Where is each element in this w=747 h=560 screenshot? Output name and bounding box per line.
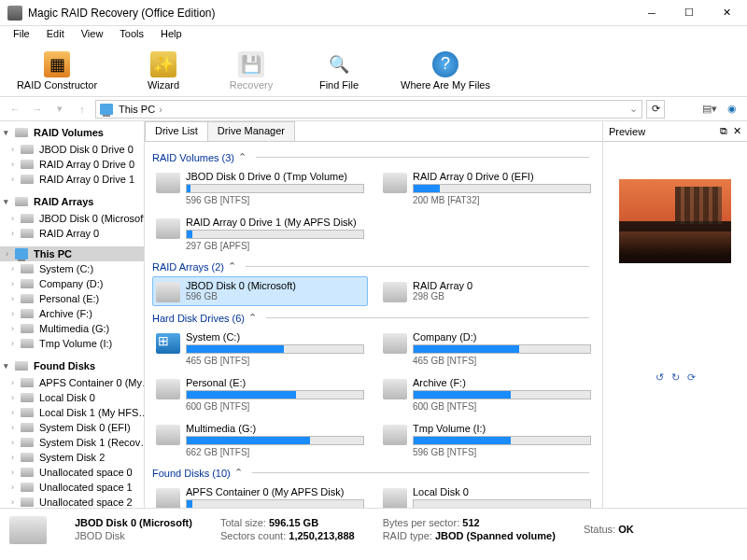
- tree-group-this-pc[interactable]: This PC: [0, 246, 144, 261]
- tree-item[interactable]: JBOD Disk 0 (Microsoft): [0, 211, 144, 226]
- drive-name: Multimedia (G:): [186, 423, 364, 434]
- forward-button: →: [28, 100, 47, 119]
- menu-help[interactable]: Help: [153, 26, 190, 45]
- minimize-button[interactable]: ─: [633, 1, 670, 25]
- drive-item[interactable]: Archive (F:)600 GB [NTFS]: [379, 373, 595, 415]
- drive-item[interactable]: Multimedia (G:)662 GB [NTFS]: [152, 419, 368, 461]
- tree-group-raid-arrays[interactable]: RAID Arrays: [0, 192, 144, 211]
- drive-size: 596 GB: [186, 291, 364, 301]
- tree-item[interactable]: System Disk 1 (Recov…: [0, 435, 144, 450]
- tree-item[interactable]: Unallocated space 0: [0, 465, 144, 480]
- rotate-left-icon[interactable]: ↺: [655, 371, 664, 384]
- tree-item[interactable]: Local Disk 1 (My HFS…: [0, 405, 144, 420]
- rotate-right-icon[interactable]: ↻: [671, 371, 680, 384]
- raid-constructor-label: RAID Constructor: [17, 79, 97, 91]
- tree-group-found-disks[interactable]: Found Disks: [0, 357, 144, 375]
- drive-name: RAID Array 0: [413, 280, 591, 291]
- tree-item[interactable]: Archive (F:): [0, 306, 144, 321]
- usage-bar: [413, 499, 591, 508]
- drive-item[interactable]: System (C:)465 GB [NTFS]: [152, 328, 368, 370]
- refresh-button[interactable]: ⟳: [646, 100, 665, 119]
- status-value: OK: [618, 524, 634, 535]
- usage-bar: [186, 184, 364, 193]
- drive-size: 465 GB [NTFS]: [186, 356, 364, 366]
- section-hard-disks[interactable]: Hard Disk Drives (6)⌃: [152, 312, 595, 324]
- tree-group-raid-volumes[interactable]: RAID Volumes: [0, 123, 144, 142]
- drive-item[interactable]: RAID Array 0298 GB: [379, 276, 595, 306]
- drive-size: 297 GB [APFS]: [186, 241, 364, 251]
- tree-item[interactable]: RAID Array 0 Drive 0: [0, 157, 144, 172]
- drive-item[interactable]: RAID Array 0 Drive 0 (EFI)200 MB [FAT32]: [379, 167, 595, 209]
- tree-item[interactable]: Unallocated space 1: [0, 480, 144, 495]
- drive-icon: [383, 425, 407, 445]
- tree-item[interactable]: Unallocated space 2: [0, 495, 144, 508]
- wizard-label: Wizard: [148, 79, 179, 91]
- drive-item[interactable]: JBOD Disk 0 (Microsoft)596 GB: [152, 276, 368, 306]
- dropdown-icon[interactable]: ⌄: [629, 103, 638, 115]
- tree-item[interactable]: Multimedia (G:): [0, 321, 144, 336]
- collapse-icon[interactable]: ⌃: [228, 260, 236, 273]
- drive-icon: [383, 282, 407, 302]
- tab-drive-list[interactable]: Drive List: [145, 121, 208, 141]
- tree-item[interactable]: System Disk 2: [0, 450, 144, 465]
- raid-constructor-button[interactable]: ▦ RAID Constructor: [6, 51, 108, 91]
- close-panel-icon[interactable]: ✕: [733, 125, 741, 137]
- preview-panel: Preview ⧉ ✕ ↺ ↻ ⟳: [602, 121, 747, 508]
- drive-size: 596 GB [NTFS]: [186, 195, 364, 205]
- chevron-right-icon: ›: [159, 104, 162, 115]
- wizard-button[interactable]: ✨ Wizard: [131, 51, 196, 91]
- wizard-icon: ✨: [150, 51, 176, 77]
- menu-view[interactable]: View: [74, 26, 111, 45]
- tree-item[interactable]: Tmp Volume (I:): [0, 336, 144, 351]
- drive-item[interactable]: JBOD Disk 0 Drive 0 (Tmp Volume)596 GB […: [152, 167, 368, 209]
- section-found-disks[interactable]: Found Disks (10)⌃: [152, 467, 595, 479]
- tree-item[interactable]: System Disk 0 (EFI): [0, 420, 144, 435]
- status-bps: 512: [462, 517, 479, 528]
- view-options-button[interactable]: ▤▾: [700, 100, 719, 119]
- drive-name: JBOD Disk 0 Drive 0 (Tmp Volume): [186, 171, 364, 182]
- tree-item[interactable]: Personal (E:): [0, 291, 144, 306]
- collapse-icon[interactable]: ⌃: [238, 151, 247, 163]
- drive-icon: [156, 425, 180, 445]
- tree-item[interactable]: RAID Array 0 Drive 1: [0, 172, 144, 187]
- up-button: ↑: [73, 100, 92, 119]
- tree-item[interactable]: APFS Container 0 (My…: [0, 375, 144, 390]
- where-files-button[interactable]: ? Where Are My Files: [394, 51, 497, 91]
- tree-item[interactable]: Company (D:): [0, 276, 144, 291]
- drive-icon: [156, 282, 180, 302]
- refresh-preview-icon[interactable]: ⟳: [687, 371, 696, 384]
- recovery-icon: 💾: [238, 51, 264, 77]
- tree-item[interactable]: System (C:): [0, 261, 144, 276]
- menu-edit[interactable]: Edit: [39, 26, 72, 45]
- drive-item[interactable]: Local Disk 0128 MB: [379, 483, 595, 508]
- drive-item[interactable]: Tmp Volume (I:)596 GB [NTFS]: [379, 419, 595, 461]
- find-file-button[interactable]: 🔍 Find File: [306, 51, 372, 91]
- menu-file[interactable]: File: [6, 26, 37, 45]
- status-disk-name: JBOD Disk 0 (Microsoft): [75, 517, 192, 528]
- tree-item[interactable]: Local Disk 0: [0, 390, 144, 405]
- collapse-icon[interactable]: ⌃: [234, 467, 243, 479]
- drive-item[interactable]: Personal (E:)600 GB [NTFS]: [152, 373, 368, 415]
- address-bar[interactable]: This PC › ⌄: [95, 100, 642, 119]
- where-files-label: Where Are My Files: [401, 79, 490, 91]
- tree-item[interactable]: RAID Array 0: [0, 226, 144, 241]
- usage-bar: [413, 344, 591, 354]
- usage-bar: [413, 436, 591, 445]
- drive-item[interactable]: Company (D:)465 GB [NTFS]: [379, 328, 595, 370]
- drive-list-scroll[interactable]: RAID Volumes (3)⌃ JBOD Disk 0 Drive 0 (T…: [145, 142, 602, 508]
- close-button[interactable]: ✕: [708, 1, 745, 25]
- collapse-icon[interactable]: ⌃: [248, 312, 257, 324]
- section-raid-volumes[interactable]: RAID Volumes (3)⌃: [152, 151, 595, 163]
- section-raid-arrays[interactable]: RAID Arrays (2)⌃: [152, 260, 595, 273]
- sidebar[interactable]: RAID Volumes JBOD Disk 0 Drive 0RAID Arr…: [0, 121, 145, 508]
- maximize-button[interactable]: ☐: [670, 1, 708, 25]
- help-button[interactable]: ◉: [723, 100, 741, 119]
- tree-item[interactable]: JBOD Disk 0 Drive 0: [0, 142, 144, 157]
- tab-drive-manager[interactable]: Drive Manager: [207, 121, 295, 141]
- menu-tools[interactable]: Tools: [112, 26, 151, 45]
- drive-item[interactable]: APFS Container 0 (My APFS Disk)297 GB [A…: [152, 483, 368, 508]
- drive-name: System (C:): [186, 331, 364, 343]
- popout-icon[interactable]: ⧉: [720, 125, 727, 137]
- drive-icon: [156, 218, 180, 239]
- drive-item[interactable]: RAID Array 0 Drive 1 (My APFS Disk)297 G…: [152, 213, 368, 255]
